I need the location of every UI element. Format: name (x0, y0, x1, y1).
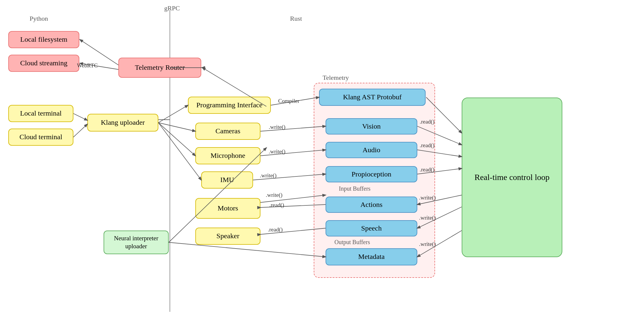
programming-interface-node: Programming Interface (188, 97, 271, 114)
svg-text:WebRTC: WebRTC (77, 62, 98, 69)
svg-line-5 (73, 113, 87, 120)
telemetry-label: Telemetry (323, 74, 349, 82)
rust-label: Rust (290, 15, 302, 22)
svg-text:Compiler: Compiler (278, 98, 300, 104)
actions-node: Actions (326, 197, 417, 213)
svg-line-13 (271, 97, 319, 105)
svg-line-8 (158, 123, 195, 131)
metadata-node: Metadata (326, 248, 417, 265)
svg-line-0 (80, 40, 118, 65)
grpc-line (170, 10, 170, 312)
input-buffers-label: Input Buffers (339, 185, 371, 192)
grpc-label: gRPC (164, 4, 180, 12)
speech-node: Speech (326, 220, 417, 236)
neural-interpreter-node: Neural interpreteruploader (104, 231, 169, 254)
svg-text:.write(): .write() (266, 192, 282, 198)
speaker-node: Speaker (195, 228, 260, 245)
diagram: Python Rust gRPC Telemetry Local filesys… (0, 0, 644, 326)
output-buffers-label: Output Buffers (334, 239, 370, 246)
svg-text:.read(): .read() (268, 226, 283, 233)
svg-text:.write(): .write() (260, 172, 276, 179)
imu-node: IMU (201, 171, 253, 189)
motors-node: Motors (195, 198, 260, 219)
svg-line-10 (158, 123, 201, 180)
svg-text:.write(): .write() (269, 148, 285, 155)
audio-node: Audio (326, 142, 417, 158)
local-terminal-node: Local terminal (8, 105, 73, 122)
propioception-node: Propioception (326, 166, 417, 182)
cloud-streaming-node: Cloud streaming (8, 55, 79, 72)
svg-line-9 (158, 123, 195, 156)
svg-text:.read(): .read() (269, 202, 284, 208)
klang-uploader-node: Klang uploader (87, 114, 158, 132)
vision-node: Vision (326, 118, 417, 134)
klang-ast-node: Klang AST Protobuf (319, 89, 426, 106)
microphone-node: Microphone (195, 147, 260, 164)
svg-line-7 (158, 105, 188, 123)
telemetry-router-node: Telemetry Router (118, 58, 201, 78)
local-filesystem-node: Local filesystem (8, 31, 79, 48)
cloud-terminal-node: Cloud terminal (8, 129, 73, 146)
svg-text:.write(): .write() (269, 124, 285, 130)
cameras-node: Cameras (195, 123, 260, 140)
python-label: Python (30, 15, 48, 22)
svg-line-6 (73, 124, 87, 137)
svg-line-1 (80, 63, 118, 69)
realtime-control-node: Real-time control loop (462, 98, 562, 257)
